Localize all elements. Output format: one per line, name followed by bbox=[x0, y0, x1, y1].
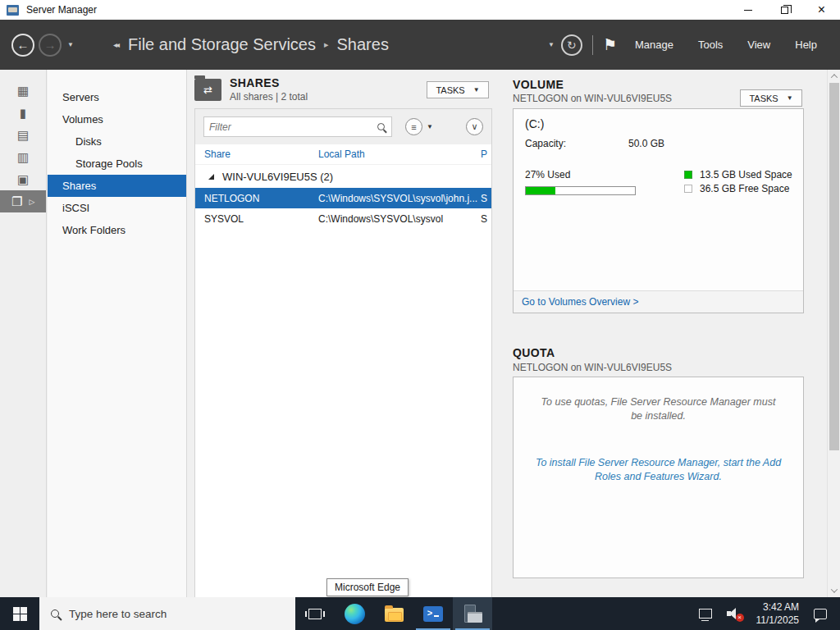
details-pane: VOLUME NETLOGON on WIN-VUL6VI9EU5S TASKS… bbox=[492, 70, 827, 597]
shares-title: SHARES bbox=[230, 76, 308, 89]
rail-item-dashboard[interactable]: ▦ bbox=[0, 80, 46, 102]
forward-button[interactable]: → bbox=[39, 34, 62, 57]
navbar-right: ▼ ↻ ⚑ Manage Tools View Help bbox=[548, 34, 840, 56]
volume-tasks-button[interactable]: TASKS ▼ bbox=[740, 89, 802, 107]
task-view-button[interactable] bbox=[295, 597, 335, 630]
taskbar-search-icon bbox=[51, 609, 59, 618]
restore-button[interactable] bbox=[766, 0, 803, 20]
filter-field[interactable] bbox=[203, 116, 392, 137]
nav-item-iscsi[interactable]: iSCSI bbox=[48, 197, 186, 219]
shares-tasks-button[interactable]: TASKS ▼ bbox=[427, 81, 489, 98]
all-servers-icon: ▤ bbox=[17, 128, 29, 143]
nav-item-disks[interactable]: Disks bbox=[48, 130, 186, 153]
list-view-caret-icon[interactable]: ▼ bbox=[427, 123, 433, 130]
file-explorer-button[interactable] bbox=[374, 597, 413, 630]
edge-icon bbox=[345, 604, 365, 624]
quota-card: To use quotas, File Server Resource Mana… bbox=[513, 377, 804, 578]
dashboard-icon: ▦ bbox=[17, 84, 29, 98]
collapse-group: ∨ bbox=[466, 118, 483, 135]
usage-legend: 13.5 GB Used Space 36.5 GB Free Space bbox=[684, 167, 792, 195]
vertical-scrollbar[interactable] bbox=[827, 70, 840, 597]
clock-date: 11/1/2025 bbox=[756, 614, 800, 627]
nav-item-volumes[interactable]: Volumes bbox=[48, 108, 186, 130]
breadcrumb-current[interactable]: Shares bbox=[337, 35, 389, 54]
menu-view[interactable]: View bbox=[747, 39, 770, 51]
volume-card: (C:) Capacity: 50.0 GB 27% Used 13.5 GB … bbox=[513, 108, 804, 313]
menu-help[interactable]: Help bbox=[795, 39, 817, 51]
task-view-icon bbox=[308, 609, 322, 619]
scroll-up-button[interactable] bbox=[828, 70, 840, 83]
nav-item-work-folders[interactable]: Work Folders bbox=[48, 219, 186, 241]
server-manager-button[interactable] bbox=[453, 597, 492, 630]
edge-taskbar-button[interactable] bbox=[335, 597, 374, 630]
column-share[interactable]: Share bbox=[195, 148, 318, 160]
quota-title: QUOTA bbox=[513, 346, 555, 359]
scroll-down-button[interactable] bbox=[828, 584, 840, 597]
scroll-up-icon bbox=[831, 74, 838, 80]
notifications-flag-icon[interactable]: ⚑ bbox=[603, 35, 617, 54]
group-expand-icon[interactable] bbox=[208, 174, 214, 180]
taskbar-search[interactable]: Type here to search bbox=[39, 597, 295, 630]
volume-muted-icon[interactable]: × bbox=[727, 608, 742, 619]
taskbar-clock[interactable]: 3:42 AM 11/1/2025 bbox=[756, 600, 800, 627]
column-local-path[interactable]: Local Path bbox=[318, 148, 481, 160]
mute-badge-icon: × bbox=[736, 614, 744, 622]
volume-subtitle: NETLOGON on WIN-VUL6VI9EU5S bbox=[513, 93, 672, 104]
cell-protocol: S bbox=[481, 193, 491, 204]
network-icon[interactable] bbox=[699, 609, 712, 619]
quota-subtitle: NETLOGON on WIN-VUL6VI9EU5S bbox=[513, 362, 672, 373]
server-group-row[interactable]: WIN-VUL6VI9EU5S (2) bbox=[195, 165, 491, 188]
back-icon: ← bbox=[17, 38, 30, 52]
powershell-button[interactable]: > bbox=[413, 597, 453, 630]
restore-icon bbox=[781, 7, 788, 14]
volumes-overview-link[interactable]: Go to Volumes Overview > bbox=[522, 296, 638, 308]
nav-item-servers[interactable]: Servers bbox=[48, 86, 186, 108]
refresh-icon: ↻ bbox=[567, 39, 577, 52]
column-protocol[interactable]: P bbox=[481, 148, 491, 160]
shares-tasks-label: TASKS bbox=[436, 85, 464, 95]
back-button[interactable]: ← bbox=[11, 34, 34, 57]
table-row[interactable]: NETLOGON C:\Windows\SYSVOL\sysvol\john.j… bbox=[195, 188, 491, 208]
table-header: Share Local Path P bbox=[195, 144, 491, 165]
table-row[interactable]: SYSVOL C:\Windows\SYSVOL\sysvol S bbox=[195, 208, 491, 229]
list-view-button[interactable]: ≡ bbox=[405, 118, 422, 135]
taskbar: Type here to search > × 3:42 AM 11/1/202… bbox=[0, 597, 840, 630]
rail-item-ad-ds[interactable]: ▥ bbox=[0, 146, 46, 168]
rail-expand-icon[interactable]: ▷ bbox=[29, 198, 34, 206]
storage-nav-list: Servers Volumes Disks Storage Pools Shar… bbox=[48, 70, 187, 597]
filter-input[interactable] bbox=[209, 121, 377, 133]
rail-item-all-servers[interactable]: ▤ bbox=[0, 124, 46, 146]
start-button[interactable] bbox=[0, 597, 39, 630]
used-space-label: 13.5 GB Used Space bbox=[700, 169, 792, 180]
rail-item-dns[interactable]: ▣ bbox=[0, 168, 46, 190]
icon-rail: ▦ ▮ ▤ ▥ ▣ ❐ ▷ bbox=[0, 70, 47, 597]
breadcrumb-collapse-icon[interactable]: ◂◂ bbox=[113, 40, 118, 49]
close-button[interactable]: × bbox=[803, 0, 840, 20]
volume-tasks-caret-icon: ▼ bbox=[787, 94, 793, 102]
action-center-icon[interactable] bbox=[814, 609, 827, 619]
shares-list-panel: ≡ ▼ ∨ Share Local Path P WIN-VUL6VI9EU5S… bbox=[194, 108, 492, 597]
menu-manage[interactable]: Manage bbox=[635, 39, 673, 51]
nav-item-storage-pools[interactable]: Storage Pools bbox=[48, 153, 186, 175]
volume-title: VOLUME bbox=[513, 78, 564, 91]
rail-item-file-storage-services[interactable]: ❐ ▷ bbox=[0, 190, 46, 212]
nav-item-shares[interactable]: Shares bbox=[48, 175, 186, 197]
edge-tooltip: Microsoft Edge bbox=[326, 578, 409, 596]
breadcrumb-separator-icon: ▸ bbox=[324, 39, 329, 50]
scope-dropdown[interactable]: ▼ bbox=[548, 41, 555, 48]
chevron-down-icon: ∨ bbox=[471, 121, 477, 132]
title-bar: Server Manager × bbox=[0, 0, 840, 20]
menu-tools[interactable]: Tools bbox=[698, 39, 723, 51]
speaker-cone bbox=[729, 608, 736, 619]
file-storage-services-icon: ❐ bbox=[11, 194, 22, 209]
breadcrumb-root[interactable]: File and Storage Services bbox=[128, 35, 316, 54]
scrollbar-thumb[interactable] bbox=[829, 83, 839, 450]
view-options-group: ≡ ▼ bbox=[405, 118, 433, 135]
refresh-button[interactable]: ↻ bbox=[561, 34, 582, 56]
collapse-panel-button[interactable]: ∨ bbox=[466, 118, 483, 135]
minimize-button[interactable] bbox=[729, 0, 766, 20]
rail-item-local-server[interactable]: ▮ bbox=[0, 102, 46, 124]
history-dropdown[interactable]: ▼ bbox=[67, 41, 74, 48]
quota-install-link[interactable]: To install File Server Resource Manager,… bbox=[530, 456, 787, 484]
window-title: Server Manager bbox=[26, 4, 729, 16]
